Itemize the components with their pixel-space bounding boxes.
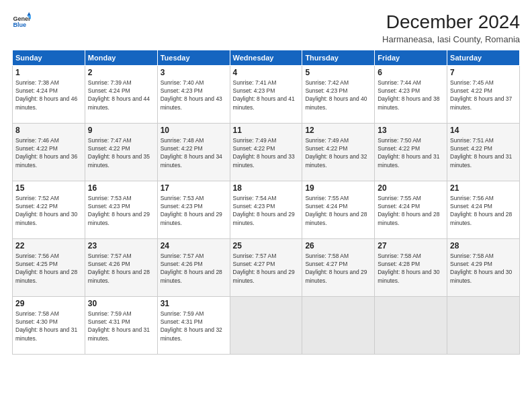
day-info: Sunrise: 7:49 AM Sunset: 4:22 PM Dayligh…: [233, 136, 300, 169]
day-number: 5: [305, 68, 371, 77]
calendar-cell: 28 Sunrise: 7:58 AM Sunset: 4:29 PM Dayl…: [447, 238, 520, 296]
calendar-header-row: Sunday Monday Tuesday Wednesday Thursday…: [13, 50, 520, 65]
calendar-week-5: 29 Sunrise: 7:58 AM Sunset: 4:30 PM Dayl…: [13, 296, 520, 354]
day-info: Sunrise: 7:57 AM Sunset: 4:26 PM Dayligh…: [161, 252, 227, 285]
svg-text:Blue: Blue: [13, 21, 26, 28]
day-info: Sunrise: 7:57 AM Sunset: 4:27 PM Dayligh…: [233, 252, 300, 285]
logo: General Blue: [12, 12, 31, 31]
col-thursday: Thursday: [302, 50, 375, 65]
day-number: 20: [378, 183, 444, 193]
calendar-cell: [375, 296, 447, 354]
calendar-cell: 2 Sunrise: 7:39 AM Sunset: 4:24 PM Dayli…: [85, 65, 157, 123]
day-info: Sunrise: 7:40 AM Sunset: 4:23 PM Dayligh…: [161, 79, 227, 111]
day-number: 18: [233, 183, 300, 193]
calendar-cell: 9 Sunrise: 7:47 AM Sunset: 4:22 PM Dayli…: [85, 123, 157, 181]
day-info: Sunrise: 7:41 AM Sunset: 4:23 PM Dayligh…: [233, 79, 300, 111]
calendar-cell: [302, 296, 375, 354]
day-number: 7: [450, 68, 517, 77]
day-info: Sunrise: 7:58 AM Sunset: 4:29 PM Dayligh…: [450, 252, 517, 285]
day-info: Sunrise: 7:45 AM Sunset: 4:22 PM Dayligh…: [450, 79, 517, 111]
calendar-cell: 1 Sunrise: 7:38 AM Sunset: 4:24 PM Dayli…: [13, 65, 85, 123]
main-title: December 2024: [382, 12, 520, 33]
calendar-week-4: 22 Sunrise: 7:56 AM Sunset: 4:25 PM Dayl…: [13, 238, 520, 296]
day-info: Sunrise: 7:57 AM Sunset: 4:26 PM Dayligh…: [88, 252, 154, 285]
calendar-cell: 5 Sunrise: 7:42 AM Sunset: 4:23 PM Dayli…: [302, 65, 375, 123]
day-number: 26: [305, 241, 371, 250]
day-number: 27: [378, 241, 444, 250]
day-info: Sunrise: 7:42 AM Sunset: 4:23 PM Dayligh…: [305, 79, 371, 111]
title-block: December 2024 Harmaneasa, Iasi County, R…: [382, 12, 520, 44]
calendar-cell: 19 Sunrise: 7:55 AM Sunset: 4:24 PM Dayl…: [302, 181, 375, 238]
day-number: 28: [450, 241, 517, 250]
day-number: 2: [88, 68, 154, 77]
day-number: 25: [233, 241, 300, 250]
day-info: Sunrise: 7:56 AM Sunset: 4:25 PM Dayligh…: [15, 252, 82, 285]
day-info: Sunrise: 7:59 AM Sunset: 4:31 PM Dayligh…: [88, 310, 154, 342]
calendar-cell: 18 Sunrise: 7:54 AM Sunset: 4:23 PM Dayl…: [230, 181, 302, 238]
calendar-cell: 3 Sunrise: 7:40 AM Sunset: 4:23 PM Dayli…: [157, 65, 230, 123]
calendar-table: Sunday Monday Tuesday Wednesday Thursday…: [12, 50, 520, 355]
day-info: Sunrise: 7:47 AM Sunset: 4:22 PM Dayligh…: [88, 136, 154, 169]
day-info: Sunrise: 7:49 AM Sunset: 4:22 PM Dayligh…: [305, 136, 371, 169]
col-friday: Friday: [375, 50, 447, 65]
day-number: 24: [161, 241, 227, 250]
calendar-cell: 16 Sunrise: 7:53 AM Sunset: 4:23 PM Dayl…: [85, 181, 157, 238]
calendar-cell: 27 Sunrise: 7:58 AM Sunset: 4:28 PM Dayl…: [375, 238, 447, 296]
calendar-cell: 13 Sunrise: 7:50 AM Sunset: 4:22 PM Dayl…: [375, 123, 447, 181]
day-info: Sunrise: 7:56 AM Sunset: 4:24 PM Dayligh…: [450, 194, 517, 227]
day-info: Sunrise: 7:38 AM Sunset: 4:24 PM Dayligh…: [15, 79, 82, 111]
logo-icon: General Blue: [12, 12, 31, 31]
day-info: Sunrise: 7:48 AM Sunset: 4:22 PM Dayligh…: [161, 136, 227, 169]
day-info: Sunrise: 7:51 AM Sunset: 4:22 PM Dayligh…: [450, 136, 517, 169]
day-number: 10: [161, 126, 227, 135]
day-number: 17: [161, 183, 227, 193]
day-number: 12: [305, 126, 371, 135]
day-number: 15: [15, 183, 82, 193]
day-number: 19: [305, 183, 371, 193]
page: General Blue December 2024 Harmaneasa, I…: [0, 0, 532, 411]
calendar-cell: 4 Sunrise: 7:41 AM Sunset: 4:23 PM Dayli…: [230, 65, 302, 123]
calendar-cell: 25 Sunrise: 7:57 AM Sunset: 4:27 PM Dayl…: [230, 238, 302, 296]
calendar-cell: 23 Sunrise: 7:57 AM Sunset: 4:26 PM Dayl…: [85, 238, 157, 296]
day-info: Sunrise: 7:53 AM Sunset: 4:23 PM Dayligh…: [161, 194, 227, 227]
col-tuesday: Tuesday: [157, 50, 230, 65]
subtitle: Harmaneasa, Iasi County, Romania: [382, 34, 520, 44]
day-number: 1: [15, 68, 82, 77]
calendar-cell: 6 Sunrise: 7:44 AM Sunset: 4:23 PM Dayli…: [375, 65, 447, 123]
day-number: 8: [15, 126, 82, 135]
day-number: 6: [378, 68, 444, 77]
calendar-cell: [230, 296, 302, 354]
header: General Blue December 2024 Harmaneasa, I…: [12, 12, 520, 44]
calendar-cell: 26 Sunrise: 7:58 AM Sunset: 4:27 PM Dayl…: [302, 238, 375, 296]
day-number: 9: [88, 126, 154, 135]
col-saturday: Saturday: [447, 50, 520, 65]
day-number: 22: [15, 241, 82, 250]
day-number: 30: [88, 299, 154, 308]
calendar-week-3: 15 Sunrise: 7:52 AM Sunset: 4:22 PM Dayl…: [13, 181, 520, 238]
calendar-cell: 22 Sunrise: 7:56 AM Sunset: 4:25 PM Dayl…: [13, 238, 85, 296]
calendar-week-1: 1 Sunrise: 7:38 AM Sunset: 4:24 PM Dayli…: [13, 65, 520, 123]
day-number: 3: [161, 68, 227, 77]
calendar-cell: 20 Sunrise: 7:55 AM Sunset: 4:24 PM Dayl…: [375, 181, 447, 238]
calendar-cell: 8 Sunrise: 7:46 AM Sunset: 4:22 PM Dayli…: [13, 123, 85, 181]
calendar-cell: 11 Sunrise: 7:49 AM Sunset: 4:22 PM Dayl…: [230, 123, 302, 181]
day-number: 31: [161, 299, 227, 308]
day-info: Sunrise: 7:55 AM Sunset: 4:24 PM Dayligh…: [305, 194, 371, 227]
calendar-cell: 7 Sunrise: 7:45 AM Sunset: 4:22 PM Dayli…: [447, 65, 520, 123]
day-info: Sunrise: 7:44 AM Sunset: 4:23 PM Dayligh…: [378, 79, 444, 111]
col-sunday: Sunday: [13, 50, 85, 65]
day-number: 21: [450, 183, 517, 193]
calendar-cell: 14 Sunrise: 7:51 AM Sunset: 4:22 PM Dayl…: [447, 123, 520, 181]
day-info: Sunrise: 7:58 AM Sunset: 4:30 PM Dayligh…: [15, 310, 82, 342]
day-number: 13: [378, 126, 444, 135]
day-number: 16: [88, 183, 154, 193]
day-info: Sunrise: 7:58 AM Sunset: 4:28 PM Dayligh…: [378, 252, 444, 285]
day-number: 14: [450, 126, 517, 135]
calendar-cell: 21 Sunrise: 7:56 AM Sunset: 4:24 PM Dayl…: [447, 181, 520, 238]
calendar-week-2: 8 Sunrise: 7:46 AM Sunset: 4:22 PM Dayli…: [13, 123, 520, 181]
calendar-cell: 29 Sunrise: 7:58 AM Sunset: 4:30 PM Dayl…: [13, 296, 85, 354]
day-number: 23: [88, 241, 154, 250]
calendar-cell: 30 Sunrise: 7:59 AM Sunset: 4:31 PM Dayl…: [85, 296, 157, 354]
col-monday: Monday: [85, 50, 157, 65]
calendar-cell: 15 Sunrise: 7:52 AM Sunset: 4:22 PM Dayl…: [13, 181, 85, 238]
